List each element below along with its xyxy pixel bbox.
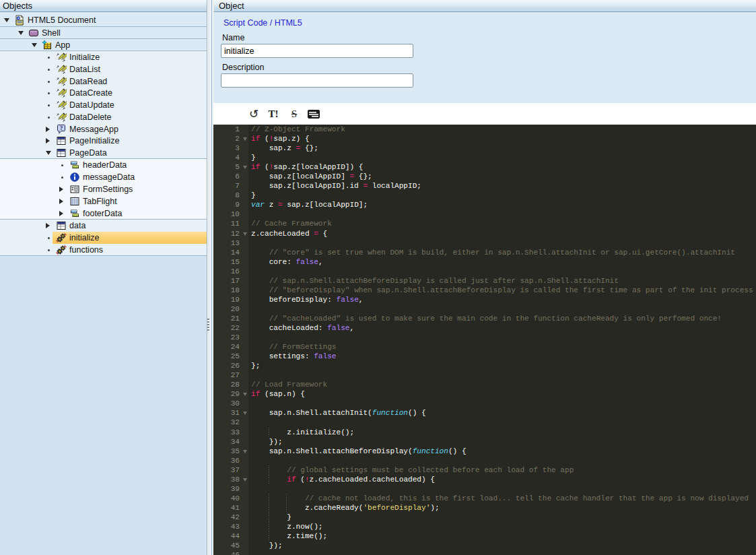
- code-editor[interactable]: 1// Z-Object Framework2if (!sap.z) {3 sa…: [213, 125, 756, 555]
- description-input[interactable]: [221, 73, 413, 88]
- tree-item-label[interactable]: FormSettings: [83, 185, 133, 194]
- editor-code-text: [248, 484, 756, 494]
- tree-item-DataUpdate[interactable]: DataUpdate: [0, 99, 207, 111]
- tree-item-label[interactable]: headerData: [83, 160, 127, 170]
- font-size-button[interactable]: T!: [266, 106, 281, 121]
- tree-item-Shell[interactable]: Shell: [0, 27, 207, 39]
- tree-item-footerData[interactable]: footerData: [0, 207, 207, 220]
- editor-line-10: 10: [213, 209, 756, 219]
- indent-guide: [269, 494, 269, 503]
- tree-item-label[interactable]: DataDelete: [69, 112, 112, 122]
- tree-item-label[interactable]: footerData: [83, 209, 122, 218]
- tree-collapsed-toggle-icon[interactable]: [59, 199, 63, 204]
- tree-collapsed-toggle-icon[interactable]: [46, 127, 50, 132]
- tree-item-Initialize[interactable]: Initialize: [0, 51, 207, 63]
- fold-arrow-icon[interactable]: [243, 166, 247, 169]
- editor-line-6: 6 sap.z[localAppID] = {};: [213, 172, 756, 181]
- table-page-icon: [56, 135, 67, 146]
- tree-item-label[interactable]: DataRead: [69, 77, 107, 86]
- editor-line-19: 19 beforeDisplay: false,: [213, 295, 756, 304]
- tree-item-label[interactable]: HTML5 Document: [28, 15, 96, 25]
- tree-item-label[interactable]: Shell: [42, 28, 61, 38]
- editor-line-26: 26};: [213, 361, 756, 370]
- strikethrough-button[interactable]: S: [287, 106, 302, 121]
- tree-item-label[interactable]: data: [69, 221, 85, 230]
- editor-line-32: 32: [213, 418, 756, 427]
- tree-expanded-toggle-icon[interactable]: [4, 18, 9, 22]
- tree-item-functions[interactable]: functions: [0, 244, 207, 256]
- editor-line-number: 4: [213, 153, 248, 162]
- tree-expanded-toggle-icon[interactable]: [32, 43, 37, 47]
- editor-line-15: 15 core: false,: [213, 257, 756, 267]
- editor-line-number: 2: [213, 134, 248, 143]
- tree-item-label[interactable]: functions: [69, 245, 103, 255]
- tree-item-label[interactable]: initialize: [69, 233, 99, 242]
- tree-item-DataList[interactable]: DataList: [0, 63, 207, 75]
- tree-item-PageInitialize[interactable]: PageInitialize: [0, 135, 207, 147]
- tree-item-HTML5 Document[interactable]: HTML5 Document: [0, 12, 207, 27]
- tree-collapsed-toggle-icon[interactable]: [46, 138, 50, 143]
- footer-data-icon: [69, 208, 80, 219]
- tree-item-label[interactable]: DataList: [69, 65, 100, 74]
- tree-item-PageData[interactable]: PageData: [0, 147, 207, 159]
- tree-collapsed-toggle-icon[interactable]: [59, 187, 63, 192]
- description-label: Description: [222, 63, 265, 72]
- editor-line-number: 36: [213, 456, 248, 465]
- line-settings-button[interactable]: [306, 106, 321, 121]
- editor-line-number: 33: [213, 428, 248, 437]
- tree-expanded-toggle-icon[interactable]: [18, 31, 24, 35]
- tree-bullet-icon: [48, 81, 50, 83]
- fold-arrow-icon[interactable]: [243, 137, 247, 141]
- tree-item-label[interactable]: Initialize: [69, 53, 100, 62]
- name-input[interactable]: [221, 44, 413, 58]
- editor-code-text: // FormSettings: [248, 342, 756, 352]
- fold-arrow-icon[interactable]: [243, 412, 247, 415]
- editor-code-text: // cache not loaded, this is the first l…: [248, 494, 756, 503]
- tree-item-DataDelete[interactable]: DataDelete: [0, 111, 207, 123]
- tree-item-label[interactable]: TabFlight: [83, 197, 117, 206]
- editor-line-number: 41: [213, 503, 248, 513]
- editor-line-number: 9: [213, 200, 248, 209]
- object-form: Script Code / HTML5 Name Description: [213, 12, 756, 103]
- breadcrumb-link-script-code[interactable]: Script Code: [224, 18, 267, 28]
- panel-splitter[interactable]: [208, 0, 213, 555]
- info-icon: [69, 172, 80, 183]
- tree-item-label[interactable]: PageData: [69, 148, 107, 158]
- editor-line-12: 12z.cacheLoaded = {: [213, 229, 756, 238]
- editor-line-number: 19: [213, 295, 248, 304]
- tree-item-messageData[interactable]: messageData: [0, 171, 207, 183]
- editor-line-39: 39: [213, 484, 756, 494]
- editor-line-number: 25: [213, 352, 248, 361]
- tree-item-MessageApp[interactable]: ?MessageApp: [0, 123, 207, 135]
- tree-collapsed-toggle-icon[interactable]: [59, 211, 63, 216]
- splitter-grip-icon[interactable]: [207, 319, 209, 331]
- tree-item-label[interactable]: DataUpdate: [69, 100, 114, 110]
- editor-code-text: });: [248, 437, 756, 447]
- fold-arrow-icon[interactable]: [243, 393, 247, 396]
- tree-expanded-toggle-icon[interactable]: [46, 151, 51, 155]
- tree-item-label[interactable]: messageData: [83, 172, 135, 182]
- tree-item-headerData[interactable]: headerData: [0, 159, 207, 171]
- tree-item-DataCreate[interactable]: DataCreate: [0, 87, 207, 99]
- editor-line-number: 26: [213, 361, 248, 370]
- tree-collapsed-toggle-icon[interactable]: [46, 223, 50, 228]
- tree-item-label[interactable]: DataCreate: [69, 88, 112, 98]
- shell-icon: [28, 28, 39, 38]
- fold-arrow-icon[interactable]: [243, 450, 247, 453]
- tree-item-TabFlight[interactable]: TabFlight: [0, 195, 207, 207]
- fold-arrow-icon[interactable]: [243, 232, 247, 236]
- tree-item-data[interactable]: data: [0, 220, 207, 232]
- fold-arrow-icon[interactable]: [243, 478, 247, 482]
- tree-item-FormSettings[interactable]: FormSettings: [0, 183, 207, 195]
- tree-item-label[interactable]: App: [55, 40, 70, 50]
- editor-code-text: core: false,: [248, 257, 756, 267]
- tree-bullet-icon: [48, 249, 50, 251]
- tree-item-DataRead[interactable]: DataRead: [0, 75, 207, 88]
- tree-item-App[interactable]: App: [0, 39, 207, 51]
- tree-item-label[interactable]: MessageApp: [69, 125, 118, 134]
- tree-item-initialize[interactable]: initialize: [0, 232, 207, 244]
- undo-button[interactable]: ↺: [246, 106, 261, 121]
- tree-item-label[interactable]: PageInitialize: [69, 136, 119, 145]
- breadcrumb-link-html5[interactable]: HTML5: [275, 18, 302, 28]
- editor-line-45: 45 });: [213, 541, 756, 550]
